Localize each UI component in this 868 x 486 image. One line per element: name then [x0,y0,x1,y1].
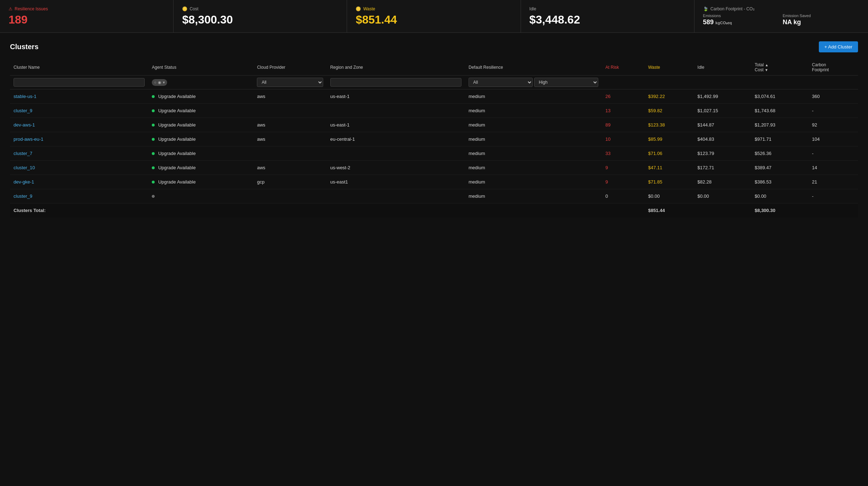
resilience-label: ⚠ Resilience Issues [9,6,165,11]
filter-resilience-cell[interactable]: All medium high low High Medium Low [465,76,602,89]
cell-cloud [253,104,326,118]
cell-resilience: medium [465,175,602,189]
cell-cluster-name[interactable]: dev-aws-1 [10,118,148,132]
cell-total-cost: $1,207.93 [751,118,808,132]
cell-cluster-name[interactable]: prod-aws-eu-1 [10,132,148,146]
cost-card: 🪙 Cost $8,300.30 [174,0,347,32]
filter-at-risk-cell [602,76,645,89]
cell-agent-status [148,189,253,203]
cell-agent-status: Upgrade Available [148,104,253,118]
cell-cluster-name[interactable]: cluster_7 [10,146,148,161]
cell-cloud [253,146,326,161]
cost-label: 🪙 Cost [182,6,338,11]
cell-at-risk: 26 [602,89,645,104]
waste-value: $851.44 [356,14,512,26]
cell-cloud [253,189,326,203]
agent-status-label: Upgrade Available [158,94,196,99]
main-content: Clusters + Add Cluster Cluster Name Agen… [0,33,868,226]
cell-cluster-name[interactable]: cluster_10 [10,161,148,175]
cell-resilience: medium [465,89,602,104]
cell-carbon: 14 [808,161,858,175]
agent-status-toggle[interactable]: ○◉ ▾ [152,79,167,86]
emissions-unit: kgCO₂eq [715,21,732,25]
cell-resilience: medium [465,132,602,146]
table-row: dev-gke-1 Upgrade Available gcp us-east1… [10,175,858,189]
cell-idle: $144.87 [694,118,751,132]
cell-at-risk: 13 [602,104,645,118]
table-row: prod-aws-eu-1 Upgrade Available aws eu-c… [10,132,858,146]
status-dot [152,138,155,141]
cell-idle: $82.28 [694,175,751,189]
filter-name-input[interactable] [14,78,145,87]
cell-cluster-name[interactable]: stable-us-1 [10,89,148,104]
totals-row: Clusters Total: $851.44 $8,300.30 [10,203,858,218]
agent-status-label: Upgrade Available [158,179,196,185]
table-header-row: Cluster Name Agent Status Cloud Provider… [10,60,858,76]
waste-icon: 🪙 [356,6,361,11]
resilience-value: 189 [9,14,165,26]
cell-resilience: medium [465,146,602,161]
status-dot [152,195,155,198]
status-dot [152,152,155,155]
clusters-tbody: stable-us-1 Upgrade Available aws us-eas… [10,89,858,203]
cell-carbon: - [808,104,858,118]
filter-name-cell[interactable] [10,76,148,89]
cell-total-cost: $971.71 [751,132,808,146]
cell-cluster-name[interactable]: cluster_9 [10,189,148,203]
cell-cloud: aws [253,132,326,146]
saved-block: Emission Saved NA kg [782,14,859,26]
cell-carbon: - [808,189,858,203]
cost-icon: 🪙 [182,6,187,11]
carbon-label: 🍃 Carbon Footprint - CO₂ [703,6,859,11]
col-idle: Idle [694,60,751,76]
cell-at-risk: 9 [602,175,645,189]
emissions-value: 589 kgCO₂eq [703,19,780,26]
cell-at-risk: 33 [602,146,645,161]
status-dot [152,181,155,183]
filter-region-input[interactable] [330,78,461,87]
clusters-title: Clusters [10,43,38,51]
cell-carbon: 92 [808,118,858,132]
col-total-cost: Total ▲Cost ▼ [751,60,808,76]
cell-at-risk: 0 [602,189,645,203]
filter-cloud-select[interactable]: All aws gcp azure [257,78,323,87]
emissions-block: Emissions 589 kgCO₂eq [703,14,780,26]
cell-cloud: aws [253,161,326,175]
cell-carbon: - [808,146,858,161]
cell-region: us-east-1 [327,118,465,132]
warning-icon: ⚠ [9,6,12,11]
cell-idle: $0.00 [694,189,751,203]
saved-value: NA kg [782,19,859,26]
cell-total-cost: $0.00 [751,189,808,203]
totals-at-risk-cell [602,203,645,218]
status-dot [152,95,155,98]
filter-level-select[interactable]: High Medium Low [534,78,598,87]
cell-region [327,189,465,203]
filter-cloud-cell[interactable]: All aws gcp azure [253,76,326,89]
cell-agent-status: Upgrade Available [148,89,253,104]
totals-idle-cell [694,203,751,218]
cell-cloud: aws [253,118,326,132]
status-dot [152,124,155,126]
table-row: cluster_10 Upgrade Available aws us-west… [10,161,858,175]
cell-waste: $392.22 [645,89,694,104]
cell-cluster-name[interactable]: dev-gke-1 [10,175,148,189]
cell-cluster-name[interactable]: cluster_9 [10,104,148,118]
table-row: stable-us-1 Upgrade Available aws us-eas… [10,89,858,104]
cell-total-cost: $526.36 [751,146,808,161]
resilience-card: ⚠ Resilience Issues 189 [0,0,174,32]
filter-row: ○◉ ▾ All aws gcp azure [10,76,858,89]
cell-at-risk: 10 [602,132,645,146]
cell-idle: $123.79 [694,146,751,161]
add-cluster-button[interactable]: + Add Cluster [819,41,858,52]
cell-idle: $172.71 [694,161,751,175]
filter-agent-cell[interactable]: ○◉ ▾ [148,76,253,89]
filter-region-cell[interactable] [327,76,465,89]
cell-region: us-west-2 [327,161,465,175]
carbon-grid: Emissions 589 kgCO₂eq Emission Saved NA … [703,14,859,26]
cell-waste: $85.99 [645,132,694,146]
cell-at-risk: 89 [602,118,645,132]
cell-total-cost: $386.53 [751,175,808,189]
filter-resilience-select[interactable]: All medium high low [469,78,533,87]
cell-idle: $1,492.99 [694,89,751,104]
